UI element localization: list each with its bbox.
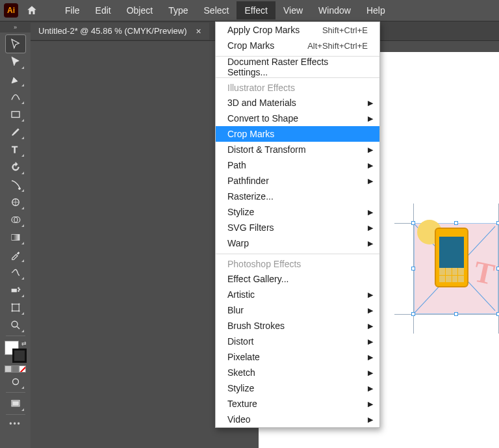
pen-tool[interactable] [6,70,25,88]
menu-window[interactable]: Window [311,1,359,20]
menu-item[interactable]: Stylize▶ [216,204,379,220]
menu-item[interactable]: Pixelate▶ [216,349,379,365]
menu-item-label: Brush Strokes [227,321,285,331]
menu-file[interactable]: File [57,1,88,20]
direct-selection-tool[interactable] [6,53,25,70]
menu-item-label: Rasterize... [227,191,274,202]
svg-point-12 [12,321,18,327]
menu-item-label: Effect Gallery... [227,274,288,284]
menu-select[interactable]: Select [196,1,237,20]
document-tab[interactable]: Untitled-2* @ 45.86 % (CMYK/Preview) × [31,23,209,40]
menu-item[interactable]: Sketch▶ [216,365,379,380]
menu-shortcut: Alt+Shift+Ctrl+E [307,41,368,51]
menu-item[interactable]: Texture▶ [216,396,379,412]
panel-collapse-icon[interactable]: » [0,21,31,33]
document-tab-label: Untitled-2* @ 45.86 % (CMYK/Preview) [38,26,187,36]
submenu-arrow-icon: ▶ [368,369,373,377]
menu-item[interactable]: Artistic▶ [216,287,379,302]
svg-point-10 [18,290,19,291]
menu-item-label: Distort [227,336,253,347]
curvature-tool[interactable] [6,88,25,105]
blend-tool[interactable] [6,263,25,281]
menu-item[interactable]: Convert to Shape▶ [216,111,379,126]
paintbrush-tool[interactable] [6,123,25,140]
eyedropper-tool[interactable] [6,246,25,263]
menu-section-illustrator: Illustrator Effects [216,81,379,95]
close-icon[interactable]: × [196,26,201,36]
menu-item[interactable]: Pathfinder▶ [216,173,379,189]
gradient-tool[interactable] [6,228,25,246]
screen-mode-tool[interactable] [6,395,25,412]
rectangle-tool[interactable] [6,105,25,123]
home-icon[interactable] [25,3,39,18]
submenu-arrow-icon: ▶ [368,99,373,107]
submenu-arrow-icon: ▶ [368,384,373,393]
menu-item-label: Artistic [227,289,255,300]
svg-point-2 [18,187,20,189]
svg-text:T: T [12,144,18,155]
menu-item[interactable]: Crop Marks [216,126,379,142]
menu-item[interactable]: Rasterize... [216,189,379,204]
menu-item[interactable]: 3D and Materials▶ [216,95,379,111]
submenu-arrow-icon: ▶ [368,177,373,185]
symbol-sprayer-tool[interactable] [6,281,25,298]
svg-rect-11 [12,304,19,311]
menu-help[interactable]: Help [359,1,393,20]
menu-item[interactable]: Blur▶ [216,302,379,318]
edit-toolbar-icon[interactable]: ••• [9,417,21,431]
svg-rect-0 [12,111,19,117]
shape-builder-tool[interactable] [6,211,25,228]
type-tool[interactable]: T [6,140,25,158]
draw-mode-tool[interactable] [6,373,25,390]
menu-item-label: Document Raster Effects Settings... [227,57,368,77]
rotate-tool[interactable] [6,158,25,176]
submenu-arrow-icon: ▶ [368,291,373,299]
menu-item[interactable]: Effect Gallery... [216,271,379,287]
menu-item[interactable]: Warp▶ [216,235,379,251]
menu-item-label: Pathfinder [227,176,269,186]
fill-stroke-control[interactable]: ⇄ [5,341,27,363]
app-logo[interactable]: Ai [4,3,18,18]
artboard-tool[interactable] [6,298,25,316]
menu-view[interactable]: View [275,1,311,20]
submenu-arrow-icon: ▶ [368,146,373,154]
menu-item-label: Pixelate [227,352,260,362]
submenu-arrow-icon: ▶ [368,415,373,424]
menu-item-label: Stylize [227,383,254,393]
menu-item-label: Blur [227,305,244,315]
menu-object[interactable]: Object [119,1,160,20]
scale-tool[interactable] [6,176,25,193]
menu-item-label: Texture [227,399,257,409]
menu-item-label: Convert to Shape [227,113,298,124]
menu-item[interactable]: Crop MarksAlt+Shift+Ctrl+E [216,38,379,53]
menu-section-photoshop: Photoshop Effects [216,257,379,271]
menu-item-label: Stylize [227,207,254,217]
svg-rect-6 [12,234,19,240]
menu-item[interactable]: Apply Crop MarksShift+Ctrl+E [216,22,379,38]
menu-item[interactable]: Distort & Transform▶ [216,142,379,157]
submenu-arrow-icon: ▶ [368,337,373,346]
width-tool[interactable] [6,193,25,211]
menu-shortcut: Shift+Ctrl+E [322,25,368,35]
menu-item[interactable]: SVG Filters▶ [216,220,379,235]
color-mode-row[interactable] [5,365,26,373]
submenu-arrow-icon: ▶ [368,322,373,330]
menu-edit[interactable]: Edit [88,1,119,20]
svg-point-8 [18,287,19,289]
menu-item-label: Apply Crop Marks [227,25,300,35]
menu-item[interactable]: Stylize▶ [216,380,379,396]
menu-item[interactable]: Brush Strokes▶ [216,318,379,334]
menu-item-raster-settings[interactable]: Document Raster Effects Settings... [216,59,379,75]
menu-item-label: Crop Marks [227,40,274,51]
submenu-arrow-icon: ▶ [368,161,373,170]
submenu-arrow-icon: ▶ [368,400,373,408]
menu-effect[interactable]: Effect [237,1,275,20]
menu-type[interactable]: Type [160,1,196,20]
menu-item-label: Warp [227,238,249,248]
submenu-arrow-icon: ▶ [368,306,373,315]
zoom-tool[interactable] [6,316,25,334]
menu-item[interactable]: Path▶ [216,157,379,173]
selection-tool[interactable] [6,35,25,53]
menu-item[interactable]: Distort▶ [216,334,379,349]
menu-item[interactable]: Video▶ [216,412,379,427]
